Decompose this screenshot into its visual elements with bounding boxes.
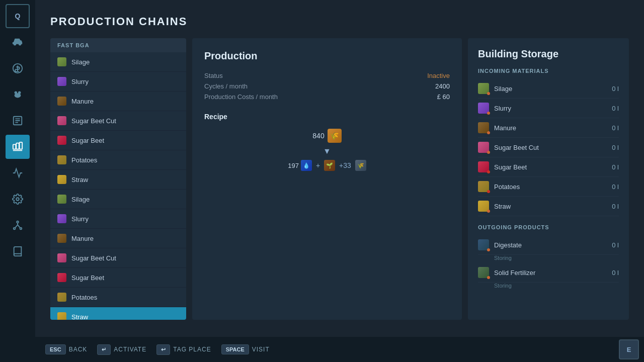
e-key-button[interactable]: E: [619, 339, 639, 359]
bottom-bar: ESC BACK ↵ ACTIVATE ↩ TAG PLACE SPACE VI…: [35, 337, 644, 362]
storage-item-icon: [478, 181, 489, 192]
recipe-input-1-icon: 💧: [301, 160, 312, 171]
production-panel: Production Status Inactive Cycles / mont…: [192, 38, 462, 320]
cycles-value: 2400: [427, 82, 450, 90]
list-item-icon: [57, 253, 66, 262]
storage-item-name: Straw: [494, 203, 607, 210]
storage-outgoing-item: Solid Fertilizer 0 l: [478, 263, 619, 283]
storage-item-value: 0 l: [612, 144, 619, 151]
list-item[interactable]: Silage: [50, 52, 186, 72]
list-item[interactable]: Sugar Beet Cut: [50, 111, 186, 131]
recipe-output: 840 🌾: [312, 129, 341, 143]
svg-point-10: [14, 228, 16, 230]
q-key-button[interactable]: Q: [6, 4, 30, 28]
storage-item-name: Digestate: [494, 241, 607, 249]
status-value: Inactive: [427, 72, 450, 79]
storage-item-name: Potatoes: [494, 183, 607, 191]
sidebar-icon-settings[interactable]: [6, 187, 30, 211]
svg-point-9: [17, 221, 19, 223]
key-action[interactable]: SPACE VISIT: [221, 344, 270, 354]
storage-incoming-item: Sugar Beet Cut 0 l: [478, 138, 619, 157]
key-badge: SPACE: [221, 344, 249, 354]
storage-item-sub: Storing: [478, 283, 619, 291]
storage-item-icon: [478, 161, 489, 172]
recipe-display: 840 🌾 ▼ 197 💧 + 🌱 +33 🌾: [204, 129, 450, 171]
list-item[interactable]: Manure: [50, 92, 186, 111]
storage-item-name: Sugar Beet: [494, 163, 607, 171]
list-item[interactable]: Straw: [50, 170, 186, 190]
list-item-label: Straw: [71, 176, 88, 184]
sidebar-icon-contracts[interactable]: [6, 109, 30, 133]
list-item-label: Straw: [71, 313, 88, 320]
storage-outgoing-wrapper: Digestate 0 l Storing: [478, 235, 619, 263]
incoming-label: INCOMING MATERIALS: [478, 68, 619, 74]
svg-point-3: [18, 92, 21, 95]
list-item[interactable]: Straw: [50, 307, 186, 320]
list-item-label: Manure: [71, 98, 94, 105]
storage-item-value: 0 l: [612, 183, 619, 191]
storage-item-icon: [478, 201, 489, 212]
list-item-label: Potatoes: [71, 156, 97, 164]
list-item[interactable]: Manure: [50, 229, 186, 248]
key-action[interactable]: ↩ TAG PLACE: [156, 344, 211, 355]
storage-incoming-item: Straw 0 l: [478, 197, 619, 216]
sidebar-icon-encyclopedia[interactable]: [6, 239, 30, 263]
key-label: TAG PLACE: [173, 346, 211, 353]
storage-item-icon: [478, 103, 489, 114]
list-item-icon: [57, 234, 66, 243]
list-item[interactable]: Sugar Beet: [50, 131, 186, 150]
list-item[interactable]: Potatoes: [50, 288, 186, 307]
list-item[interactable]: Potatoes: [50, 150, 186, 170]
list-item-icon: [57, 136, 66, 145]
recipe-label: Recipe: [204, 113, 450, 121]
status-label: Status: [204, 72, 424, 79]
sidebar-icon-network[interactable]: [6, 213, 30, 237]
storage-item-name: Sugar Beet Cut: [494, 144, 607, 151]
list-item[interactable]: Sugar Beet: [50, 268, 186, 288]
list-item-label: Silage: [71, 196, 90, 203]
key-badge: ↵: [97, 344, 111, 355]
list-item[interactable]: Slurry: [50, 209, 186, 229]
svg-rect-5: [13, 144, 16, 149]
chevron-down-icon: ▼: [323, 147, 331, 156]
main-content: PRODUCTION CHAINS FAST BGA Silage Slurry…: [35, 0, 644, 362]
storage-item-sub: Storing: [478, 255, 619, 263]
key-label: ACTIVATE: [114, 346, 146, 353]
list-item-icon: [57, 293, 66, 302]
storage-outgoing-wrapper: Solid Fertilizer 0 l Storing: [478, 263, 619, 291]
list-item-label: Sugar Beet Cut: [71, 254, 116, 262]
list-section-header: FAST BGA: [50, 38, 186, 52]
list-item[interactable]: Slurry: [50, 72, 186, 92]
key-action[interactable]: ↵ ACTIVATE: [97, 344, 146, 355]
plus-sign-1: +: [316, 161, 320, 169]
sidebar: Q: [0, 0, 35, 362]
sidebar-icon-stats[interactable]: [6, 161, 30, 185]
sidebar-icon-production[interactable]: [6, 135, 30, 159]
storage-item-value: 0 l: [612, 203, 619, 210]
costs-label: Production Costs / month: [204, 93, 424, 101]
recipe-output-amount: 840: [312, 132, 324, 140]
content-area: FAST BGA Silage Slurry Manure Sugar Beet…: [50, 38, 629, 320]
storage-item-value: 0 l: [612, 85, 619, 93]
costs-value: £ 60: [427, 93, 450, 101]
production-title: Production: [204, 50, 450, 62]
storage-title: Building Storage: [478, 48, 619, 60]
svg-point-8: [16, 198, 19, 201]
list-item-label: Manure: [71, 235, 94, 242]
list-item[interactable]: Sugar Beet Cut: [50, 248, 186, 268]
list-item-icon: [57, 273, 66, 282]
sidebar-icon-livestock[interactable]: [6, 82, 30, 107]
production-info: Status Inactive Cycles / month 2400 Prod…: [204, 72, 450, 101]
storage-item-name: Slurry: [494, 105, 607, 112]
sidebar-icon-tractor[interactable]: [6, 30, 30, 54]
list-item-icon: [57, 116, 66, 125]
storage-item-name: Solid Fertilizer: [494, 269, 607, 277]
list-item[interactable]: Silage: [50, 190, 186, 209]
key-action[interactable]: ESC BACK: [45, 344, 87, 354]
key-label: BACK: [69, 346, 88, 353]
list-item-label: Sugar Beet: [71, 137, 104, 144]
svg-rect-7: [20, 142, 22, 149]
page-title: PRODUCTION CHAINS: [50, 15, 629, 28]
sidebar-icon-dollar[interactable]: [6, 56, 30, 80]
storage-incoming-item: Slurry 0 l: [478, 99, 619, 118]
